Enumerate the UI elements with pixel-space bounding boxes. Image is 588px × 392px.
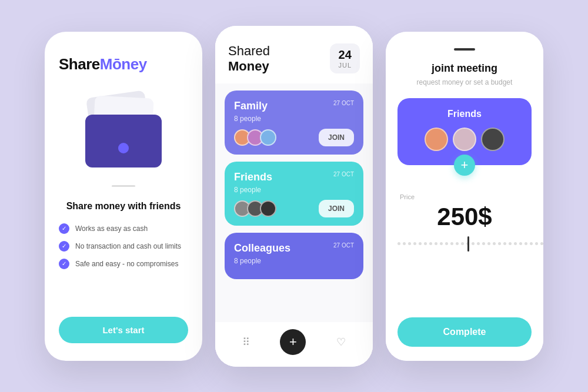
bottom-nav: ⠿ + ♡ [215,322,373,367]
screen2-title-bottom: Money [228,59,270,74]
slider-dot [540,242,543,245]
slider-dot [445,242,448,245]
group-people-family: 8 people [234,115,354,123]
friends-card-title: Friends [409,109,520,119]
slider-dot [450,242,453,245]
wallet-illustration [76,97,171,173]
slider-dot [456,242,459,245]
add-button[interactable]: + [280,329,306,355]
screen1-title: Share money with friends [66,201,181,212]
friends-card: Friends + [397,98,532,165]
slider-dot [503,242,506,245]
join-button-family[interactable]: JOIN [319,129,354,146]
feature-text-3: Safe and easy - no compromises [75,260,178,268]
phone-screen-2: Shared Money 24 JUL Family 8 people 27 O… [215,26,373,367]
slider-dot [509,242,512,245]
drag-handle [454,48,475,51]
grid-icon[interactable]: ⠿ [242,336,250,349]
avatar-3 [260,129,276,146]
heart-icon[interactable]: ♡ [336,336,346,349]
price-slider[interactable] [397,238,532,250]
slider-dot [403,242,406,245]
slider-dot [519,242,522,245]
friend-avatar-1 [425,128,448,151]
slider-dot [487,242,490,245]
slider-dot [429,242,432,245]
slider-dot [413,242,416,245]
check-icon-1: ✓ [59,223,69,234]
friend-avatar-3 [481,128,505,151]
group-date-friends: 27 OCT [333,171,354,177]
group-people-friends: 8 people [234,186,354,194]
slider-dot [440,242,443,245]
slider-dot [419,242,422,245]
price-label: Price [397,193,415,200]
screen3-content: joint meeting request money or set a bud… [386,32,543,361]
group-card-colleagues[interactable]: Colleagues 8 people 27 OCT [225,233,363,279]
phone-screen-1: Share Mōney Share money with friends ✓ W… [45,32,202,361]
slider-dot [435,242,437,245]
screen1-content: Share Mōney Share money with friends ✓ W… [45,32,202,361]
groups-list: Family 8 people 27 OCT JOIN Friends [215,83,373,322]
slider-dot [530,242,533,245]
avatars-friends [234,200,273,217]
group-card-friends[interactable]: Friends 8 people 27 OCT JOIN [225,162,363,226]
group-footer-friends: JOIN [234,200,354,217]
wallet-divider [112,185,135,187]
complete-button[interactable]: Complete [397,317,532,347]
logo-share: Share [59,55,100,73]
group-date-colleagues: 27 OCT [333,242,354,249]
screen3-subtitle: request money or set a budget [417,78,513,86]
friends-avatars [409,128,520,151]
feature-text-2: No transaction and cash out limits [75,242,181,250]
screens-container: Share Mōney Share money with friends ✓ W… [33,8,555,384]
slider-dot [424,242,427,245]
slider-dot [514,242,517,245]
friend-avatar-2 [453,128,476,151]
slider-dot [498,242,501,245]
screen2-header: Shared Money 24 JUL [215,26,373,83]
date-day: 24 [338,48,352,62]
phone-screen-3: joint meeting request money or set a bud… [386,32,543,361]
app-logo: Share Mōney [59,55,147,73]
screen2-title-top: Shared [228,43,270,59]
feature-item-2: ✓ No transaction and cash out limits [59,241,188,252]
group-card-family[interactable]: Family 8 people 27 OCT JOIN [225,91,363,155]
slider-dot [472,242,475,245]
logo-money: Mōney [100,55,147,73]
check-icon-3: ✓ [59,259,69,269]
slider-thumb [467,236,469,252]
slider-dot [477,242,480,245]
screen2-title-block: Shared Money [228,43,270,74]
avatar-6 [260,200,276,217]
wallet-dot [118,143,129,153]
screen3-title: joint meeting [432,62,497,75]
group-footer-family: JOIN [234,129,354,146]
wallet-body [85,115,162,167]
group-people-colleagues: 8 people [234,257,354,265]
price-value: 250$ [437,203,492,231]
slider-dots [397,238,532,250]
slider-dot [397,242,400,245]
slider-dot [482,242,485,245]
slider-dot [461,242,464,245]
screen2-content: Shared Money 24 JUL Family 8 people 27 O… [215,26,373,367]
avatars-family [234,129,273,146]
check-icon-2: ✓ [59,241,69,252]
slider-dot [524,242,527,245]
date-badge: 24 JUL [330,43,360,73]
join-button-friends[interactable]: JOIN [319,200,354,217]
slider-dot [408,242,411,245]
date-month: JUL [338,62,352,69]
slider-dot [535,242,538,245]
feature-text-1: Works as easy as cash [75,225,148,233]
feature-item-3: ✓ Safe and easy - no compromises [59,259,188,269]
feature-item-1: ✓ Works as easy as cash [59,223,188,234]
feature-list: ✓ Works as easy as cash ✓ No transaction… [59,223,188,276]
add-friend-button[interactable]: + [454,155,475,176]
lets-start-button[interactable]: Let's start [59,317,188,343]
slider-dot [493,242,496,245]
group-date-family: 27 OCT [333,100,354,106]
